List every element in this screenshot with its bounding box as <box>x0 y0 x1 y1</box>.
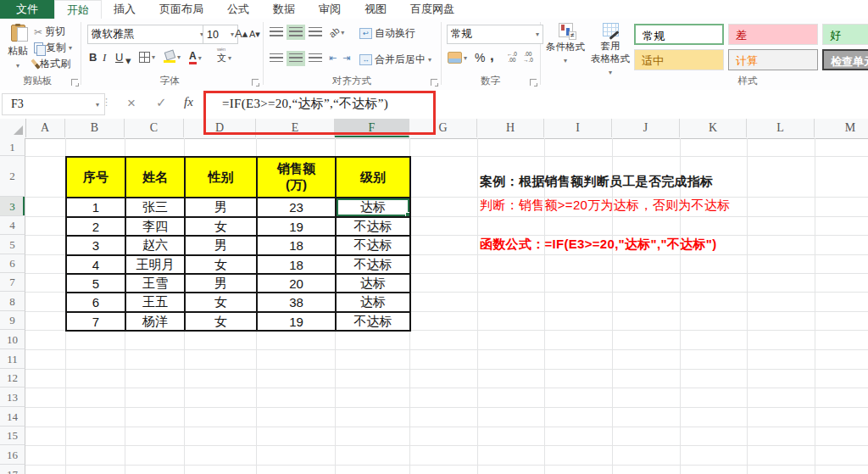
format-painter-button[interactable]: 格式刷 <box>34 57 70 71</box>
format-as-table-button[interactable]: 套用 表格格式▾ <box>590 23 631 78</box>
cell-style-检查单元格[interactable]: 检查单元格 <box>822 49 868 70</box>
row-header-10[interactable]: 10 <box>0 330 25 349</box>
tab-百度网盘[interactable]: 百度网盘 <box>398 0 466 19</box>
underline-dropdown-icon[interactable]: ▾ <box>125 54 131 67</box>
formula-input[interactable]: =IF(E3>=20,“达标”,“不达标”) <box>222 96 388 112</box>
row-header-17[interactable]: 17 <box>0 465 25 474</box>
table-cell[interactable]: 4 <box>66 255 125 274</box>
table-cell[interactable]: 19 <box>257 217 336 236</box>
table-cell[interactable]: 不达标 <box>336 236 410 255</box>
table-header-cell[interactable]: 姓名 <box>125 157 185 198</box>
font-color-button[interactable]: A▾ <box>189 51 202 64</box>
table-cell[interactable]: 女 <box>185 312 257 331</box>
table-cell[interactable]: 达标 <box>336 293 410 312</box>
column-header-I[interactable]: I <box>544 119 612 137</box>
row-header-13[interactable]: 13 <box>0 388 25 407</box>
table-cell[interactable]: 不达标 <box>336 312 410 331</box>
table-cell[interactable]: 女 <box>185 217 257 236</box>
row-header-5[interactable]: 5 <box>0 235 25 254</box>
align-center-button[interactable] <box>289 53 303 64</box>
accounting-format-button[interactable]: ▾ <box>448 52 467 64</box>
table-cell[interactable]: 张三 <box>125 198 185 217</box>
paste-button[interactable]: 粘贴 ▾ <box>3 23 32 75</box>
font-name-select[interactable]: 微软雅黑 ▾ <box>87 25 208 44</box>
align-top-button[interactable] <box>270 27 283 37</box>
cut-button[interactable]: ✂ 剪切 <box>34 25 65 39</box>
column-header-F[interactable]: F <box>335 119 409 137</box>
increase-font-size-button[interactable]: A▴ <box>235 27 248 40</box>
table-cell[interactable]: 5 <box>66 274 125 293</box>
table-cell[interactable]: 王五 <box>125 293 185 312</box>
table-cell[interactable]: 男 <box>185 198 257 217</box>
table-cell[interactable]: 38 <box>257 293 336 312</box>
table-cell[interactable]: 王明月 <box>125 255 185 274</box>
table-cell[interactable]: 李四 <box>125 217 185 236</box>
column-header-B[interactable]: B <box>65 119 125 137</box>
table-cell[interactable]: 男 <box>185 236 257 255</box>
row-header-1[interactable]: 1 <box>0 138 25 156</box>
font-size-select[interactable]: 10 ▾ <box>203 25 238 44</box>
table-cell[interactable]: 18 <box>257 255 336 274</box>
decrease-font-size-button[interactable]: A▾ <box>249 29 260 40</box>
column-header-E[interactable]: E <box>256 119 335 137</box>
table-cell[interactable]: 2 <box>66 217 125 236</box>
table-header-cell[interactable]: 级别 <box>336 157 410 198</box>
row-header-16[interactable]: 16 <box>0 445 25 465</box>
column-header-C[interactable]: C <box>125 119 184 137</box>
italic-button[interactable]: I <box>103 51 106 64</box>
column-header-J[interactable]: J <box>612 119 680 137</box>
align-middle-button[interactable] <box>289 27 303 37</box>
borders-button[interactable]: ▾ <box>139 52 155 63</box>
table-cell[interactable]: 23 <box>257 198 336 217</box>
fill-color-button[interactable]: ▾ <box>164 51 181 63</box>
tab-插入[interactable]: 插入 <box>102 0 147 19</box>
column-header-G[interactable]: G <box>409 119 477 137</box>
increase-decimal-button[interactable]: ←.0 .00 <box>507 51 517 64</box>
bold-button[interactable]: B <box>89 51 97 64</box>
table-header-cell[interactable]: 性别 <box>185 157 257 198</box>
tab-页面布局[interactable]: 页面布局 <box>147 0 215 19</box>
table-header-cell[interactable]: 序号 <box>66 157 125 198</box>
selection-handle[interactable] <box>405 212 410 217</box>
row-header-8[interactable]: 8 <box>0 292 25 311</box>
copy-button[interactable]: 复制 ▾ <box>34 41 72 55</box>
row-header-11[interactable]: 11 <box>0 349 25 369</box>
table-cell[interactable]: 不达标 <box>336 217 410 236</box>
cell-style-好[interactable]: 好 <box>822 24 868 45</box>
cancel-icon[interactable]: × <box>127 95 136 112</box>
row-header-15[interactable]: 15 <box>0 427 25 445</box>
row-header-12[interactable]: 12 <box>0 369 25 388</box>
table-cell[interactable]: 不达标 <box>336 255 410 274</box>
conditional-formatting-button[interactable]: ≠ 条件格式 ▾ <box>542 23 588 66</box>
table-cell[interactable]: 赵六 <box>125 236 185 255</box>
underline-button[interactable]: U <box>115 51 123 64</box>
clipboard-dialog-launcher-icon[interactable] <box>71 79 78 86</box>
table-cell[interactable]: 达标 <box>336 198 410 217</box>
column-header-D[interactable]: D <box>184 119 256 137</box>
tab-数据[interactable]: 数据 <box>261 0 307 19</box>
column-header-K[interactable]: K <box>680 119 747 137</box>
table-cell[interactable]: 男 <box>185 274 257 293</box>
percent-style-button[interactable]: % <box>475 51 485 64</box>
table-cell[interactable]: 1 <box>66 198 125 217</box>
row-header-3[interactable]: 3 <box>0 197 25 216</box>
phonetic-guide-button[interactable]: 文▾ <box>217 52 231 64</box>
column-header-H[interactable]: H <box>477 119 544 137</box>
table-header-cell[interactable]: 销售额(万) <box>257 157 336 198</box>
alignment-dialog-launcher-icon[interactable] <box>431 79 437 86</box>
cell-style-差[interactable]: 差 <box>728 24 818 45</box>
column-header-L[interactable]: L <box>747 119 815 137</box>
table-cell[interactable]: 杨洋 <box>125 312 185 331</box>
tab-视图[interactable]: 视图 <box>353 0 398 19</box>
table-cell[interactable]: 3 <box>66 236 125 255</box>
table-cell[interactable]: 20 <box>257 274 336 293</box>
decrease-indent-button[interactable]: ⇤ <box>329 53 337 64</box>
table-cell[interactable]: 19 <box>257 312 336 331</box>
increase-indent-button[interactable]: ⇥ <box>342 53 350 64</box>
tab-文件[interactable]: 文件 <box>0 0 54 19</box>
row-header-14[interactable]: 14 <box>0 407 25 427</box>
table-cell[interactable]: 7 <box>66 312 125 331</box>
row-header-6[interactable]: 6 <box>0 254 25 273</box>
merge-center-button[interactable]: ↔ 合并后居中 ▾ <box>359 53 431 67</box>
align-right-button[interactable] <box>309 53 322 64</box>
